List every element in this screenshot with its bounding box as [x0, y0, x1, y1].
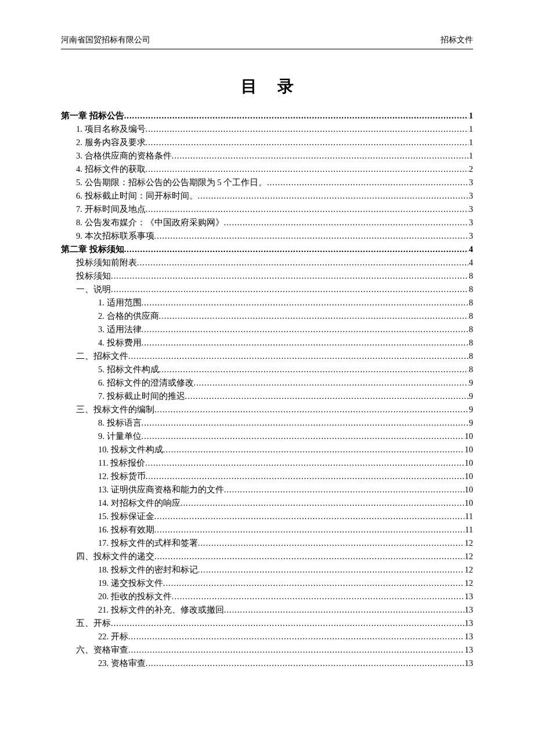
- toc-entry[interactable]: 21. 投标文件的补充、修改或撤回13: [61, 603, 473, 617]
- toc-entry[interactable]: 三、投标文件的编制9: [61, 403, 473, 416]
- toc-entry-page: 9: [468, 390, 473, 403]
- toc-leader: [154, 403, 468, 416]
- toc-entry[interactable]: 11. 投标报价10: [61, 456, 473, 470]
- toc-entry-page: 13: [464, 617, 474, 630]
- toc-entry[interactable]: 18. 投标文件的密封和标记12: [61, 563, 473, 577]
- toc-leader: [111, 269, 468, 283]
- toc-entry-page: 9: [468, 376, 473, 390]
- toc-entry[interactable]: 7. 开标时间及地点3: [61, 203, 473, 216]
- toc-entry-label: 19. 递交投标文件: [98, 577, 163, 590]
- toc-entry[interactable]: 5. 招标文件构成8: [61, 363, 473, 376]
- toc-entry[interactable]: 四、投标文件的递交12: [61, 550, 473, 563]
- toc-entry[interactable]: 五、开标13: [61, 617, 473, 630]
- toc-entry[interactable]: 8. 公告发布媒介：《中国政府采购网》3: [61, 216, 473, 229]
- toc-entry-page: 3: [468, 203, 473, 216]
- toc-entry[interactable]: 15. 投标保证金11: [61, 510, 473, 523]
- toc-entry[interactable]: 4. 招标文件的获取2: [61, 163, 473, 176]
- toc-entry[interactable]: 14. 对招标文件的响应10: [61, 496, 473, 510]
- toc-leader: [181, 496, 464, 510]
- toc-entry-label: 20. 拒收的投标文件: [98, 590, 172, 603]
- toc-entry[interactable]: 6. 投标截止时间：同开标时间。3: [61, 189, 473, 203]
- toc-entry-page: 8: [468, 283, 473, 296]
- toc-entry-label: 22. 开标: [98, 630, 128, 643]
- toc-entry[interactable]: 第一章 招标公告1: [61, 109, 473, 123]
- toc-entry-page: 10: [464, 443, 474, 456]
- toc-entry-label: 三、投标文件的编制: [76, 403, 154, 416]
- toc-entry-page: 12: [464, 563, 474, 577]
- toc-leader: [163, 443, 464, 456]
- toc-entry[interactable]: 19. 递交投标文件12: [61, 577, 473, 590]
- toc-entry[interactable]: 12. 投标货币10: [61, 470, 473, 483]
- toc-entry-page: 8: [468, 323, 473, 336]
- toc-entry-label: 第二章 投标须知: [61, 243, 124, 256]
- toc-leader: [142, 323, 468, 336]
- toc-entry[interactable]: 4. 投标费用8: [61, 336, 473, 350]
- toc-entry[interactable]: 1. 项目名称及编号1: [61, 123, 473, 136]
- toc-entry[interactable]: 17. 投标文件的式样和签署12: [61, 537, 473, 550]
- toc-entry[interactable]: 六、资格审查13: [61, 643, 473, 657]
- toc-leader: [159, 309, 468, 323]
- toc-leader: [111, 283, 468, 296]
- toc-leader: [145, 456, 464, 470]
- toc-entry-label: 10. 投标文件构成: [98, 443, 163, 456]
- toc-entry-page: 10: [464, 430, 474, 443]
- toc-entry[interactable]: 3. 合格供应商的资格条件1: [61, 149, 473, 163]
- toc-entry[interactable]: 9. 计量单位10: [61, 430, 473, 443]
- toc-entry[interactable]: 8. 投标语言9: [61, 416, 473, 430]
- document-page: 河南省国贸招标有限公司 招标文件 目 录 第一章 招标公告11. 项目名称及编号…: [0, 0, 534, 756]
- toc-entry-page: 9: [468, 416, 473, 430]
- toc-leader: [146, 136, 468, 149]
- toc-entry-page: 1: [468, 136, 473, 149]
- toc-entry[interactable]: 22. 开标13: [61, 630, 473, 643]
- toc-entry[interactable]: 13. 证明供应商资格和能力的文件10: [61, 483, 473, 496]
- toc-entry-label: 五、开标: [76, 617, 111, 630]
- toc-entry-label: 7. 开标时间及地点: [76, 203, 146, 216]
- toc-entry-label: 9. 计量单位: [98, 430, 142, 443]
- toc-leader: [224, 483, 464, 496]
- toc-entry[interactable]: 5. 公告期限：招标公告的公告期限为 5 个工作日。3: [61, 176, 473, 189]
- toc-entry-label: 6. 投标截止时间：同开标时间。: [76, 189, 198, 203]
- toc-entry[interactable]: 1. 适用范围8: [61, 296, 473, 309]
- toc-entry[interactable]: 6. 招标文件的澄清或修改9: [61, 376, 473, 390]
- toc-entry-label: 一、说明: [76, 283, 111, 296]
- toc-entry[interactable]: 20. 拒收的投标文件13: [61, 590, 473, 603]
- toc-entry[interactable]: 10. 投标文件构成10: [61, 443, 473, 456]
- toc-leader: [154, 510, 464, 523]
- toc-entry-page: 3: [468, 216, 473, 229]
- toc-entry-label: 投标须知前附表: [76, 256, 137, 269]
- toc-leader: [154, 229, 468, 243]
- toc-entry[interactable]: 3. 适用法律8: [61, 323, 473, 336]
- toc-entry-page: 4: [468, 243, 473, 256]
- toc-entry[interactable]: 16. 投标有效期11: [61, 523, 473, 537]
- toc-entry[interactable]: 第二章 投标须知4: [61, 243, 473, 256]
- toc-entry-page: 1: [468, 149, 473, 163]
- toc-leader: [142, 336, 468, 350]
- toc-leader: [146, 657, 464, 670]
- toc-entry-label: 13. 证明供应商资格和能力的文件: [98, 483, 224, 496]
- toc-entry[interactable]: 投标须知前附表4: [61, 256, 473, 269]
- toc-leader: [198, 189, 468, 203]
- toc-entry[interactable]: 2. 服务内容及要求1: [61, 136, 473, 149]
- toc-entry[interactable]: 二、招标文件8: [61, 350, 473, 363]
- toc-entry-page: 11: [464, 523, 473, 537]
- toc-entry-label: 12. 投标货币: [98, 470, 146, 483]
- toc-entry-label: 3. 适用法律: [98, 323, 142, 336]
- toc-entry[interactable]: 一、说明8: [61, 283, 473, 296]
- toc-entry[interactable]: 7. 投标截止时间的推迟9: [61, 390, 473, 403]
- toc-entry[interactable]: 23. 资格审查13: [61, 657, 473, 670]
- toc-entry-page: 12: [464, 537, 474, 550]
- toc-entry[interactable]: 2. 合格的供应商8: [61, 309, 473, 323]
- toc-leader: [128, 630, 464, 643]
- toc-entry-label: 8. 投标语言: [98, 416, 142, 430]
- toc-entry[interactable]: 投标须知8: [61, 269, 473, 283]
- toc-entry-label: 15. 投标保证金: [98, 510, 154, 523]
- toc-entry[interactable]: 9. 本次招标联系事项3: [61, 229, 473, 243]
- toc-entry-page: 8: [468, 269, 473, 283]
- toc-leader: [128, 350, 468, 363]
- toc-entry-page: 3: [468, 189, 473, 203]
- toc-leader: [194, 376, 468, 390]
- toc-entry-label: 6. 招标文件的澄清或修改: [98, 376, 194, 390]
- toc-leader: [224, 216, 468, 229]
- toc-leader: [111, 617, 464, 630]
- toc-entry-label: 11. 投标报价: [98, 456, 145, 470]
